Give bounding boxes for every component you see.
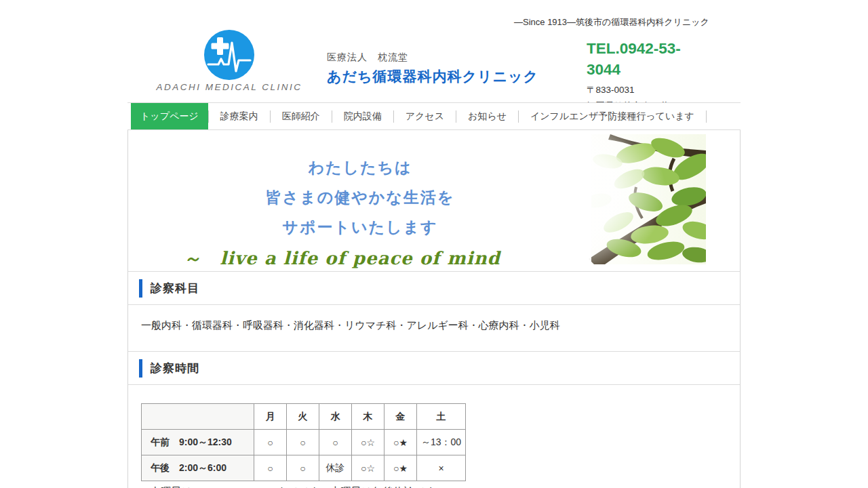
street-address: 福岡県筑後市山ノ井287	[587, 100, 731, 102]
blue-bar-icon	[139, 279, 142, 298]
hero-english-tagline: ～ live a life of peace of mind ～	[169, 247, 551, 270]
tel-block: TEL.0942-53-3044 〒833-0031 福岡県筑後市山ノ井287	[587, 38, 731, 102]
postal-code: 〒833-0031	[587, 84, 731, 96]
table-row: 午前 9:00～12:30 ○ ○ ○ ○☆ ○★ ～13：00	[142, 430, 466, 455]
phone-number: TEL.0942-53-3044	[587, 38, 703, 80]
row-label-afternoon: 午後 2:00～6:00	[142, 455, 254, 481]
cell-afternoon-wed: 休診	[319, 455, 352, 481]
hero-section: わたしたちは 皆さまの健やかな生活を サポートいたします ～ live a li…	[128, 130, 740, 271]
nav-item-medical-guide[interactable]: 診療案内	[209, 103, 270, 129]
cell-afternoon-sat: ×	[417, 455, 466, 481]
departments-title: 診察科目	[151, 281, 199, 296]
departments-list: 一般内科・循環器科・呼吸器科・消化器科・リウマチ科・アレルギー科・心療内科・小児…	[128, 304, 740, 351]
header-empty-cell	[142, 404, 254, 430]
cell-afternoon-thu: ○☆	[352, 455, 384, 481]
site-header: ADACHI MEDICAL CLINIC 医療法人 枕流堂 あだち循環器科内科…	[127, 0, 741, 102]
hero-line-3: サポートいたします	[169, 217, 551, 238]
nav-item-flu-vaccination[interactable]: インフルエンザ予防接種行っています	[519, 103, 706, 129]
header-saturday: 土	[417, 404, 466, 430]
organization-name: 医療法人 枕流堂	[327, 52, 538, 64]
departments-section-header: 診察科目	[128, 271, 740, 304]
cell-morning-sat: ～13：00	[417, 430, 466, 455]
table-header-row: 月 火 水 木 金 土	[142, 404, 466, 430]
nav-item-facilities[interactable]: 院内設備	[332, 103, 393, 129]
page: ADACHI MEDICAL CLINIC 医療法人 枕流堂 あだち循環器科内科…	[0, 0, 868, 488]
header-monday: 月	[254, 404, 287, 430]
header-friday: 金	[384, 404, 417, 430]
header-thursday: 木	[352, 404, 384, 430]
hero-message: わたしたちは 皆さまの健やかな生活を サポートいたします ～ live a li…	[169, 157, 551, 270]
nav-item-doctor-intro[interactable]: 医師紹介	[271, 103, 332, 129]
clinic-name-block: 医療法人 枕流堂 あだち循環器科内科クリニック	[327, 52, 538, 86]
hero-line-1: わたしたちは	[169, 157, 551, 178]
hours-note: ◎土曜日は 9：00～13：00までです 水曜日は午後休診です	[141, 485, 740, 488]
cell-morning-thu: ○☆	[352, 430, 384, 455]
main-area: わたしたちは 皆さまの健やかな生活を サポートいたします ～ live a li…	[127, 130, 741, 488]
hours-title: 診察時間	[151, 361, 199, 376]
nav-item-news[interactable]: お知らせ	[456, 103, 518, 129]
brand-text: ADACHI MEDICAL CLINIC	[155, 82, 304, 92]
clinic-logo[interactable]: ADACHI MEDICAL CLINIC	[155, 30, 304, 92]
row-label-morning: 午前 9:00～12:30	[142, 430, 254, 455]
table-row: 午後 2:00～6:00 ○ ○ 休診 ○☆ ○★ ×	[142, 455, 466, 481]
hours-section-header: 診察時間	[128, 351, 740, 384]
nav-item-access[interactable]: アクセス	[394, 103, 456, 129]
header-tuesday: 火	[287, 404, 319, 430]
cell-morning-fri: ○★	[384, 430, 417, 455]
cell-afternoon-tue: ○	[287, 455, 319, 481]
hours-section-body: 月 火 水 木 金 土 午前 9:00～12:30 ○ ○	[128, 384, 740, 488]
cell-morning-mon: ○	[254, 430, 287, 455]
since-tagline: —Since 1913—筑後市の循環器科内科クリニック	[514, 16, 731, 28]
content-column: ADACHI MEDICAL CLINIC 医療法人 枕流堂 あだち循環器科内科…	[127, 0, 741, 488]
nav-separator	[706, 110, 707, 123]
clinic-name: あだち循環器科内科クリニック	[327, 67, 538, 86]
header-wednesday: 水	[319, 404, 352, 430]
leaf-photo	[503, 134, 706, 264]
heartbeat-logo-icon	[204, 30, 254, 80]
cell-morning-tue: ○	[287, 430, 319, 455]
cell-afternoon-mon: ○	[254, 455, 287, 481]
hero-line-2: 皆さまの健やかな生活を	[169, 187, 551, 208]
blue-bar-icon	[139, 359, 142, 378]
hours-table: 月 火 水 木 金 土 午前 9:00～12:30 ○ ○	[141, 403, 466, 481]
cell-morning-wed: ○	[319, 430, 352, 455]
header-contact-block: —Since 1913—筑後市の循環器科内科クリニック TEL.0942-53-…	[514, 16, 731, 102]
cell-afternoon-fri: ○★	[384, 455, 417, 481]
nav-item-top-page[interactable]: トップページ	[131, 103, 208, 129]
main-nav: トップページ 診療案内 医師紹介 院内設備 アクセス お知らせ インフルエンザ予…	[127, 102, 741, 130]
